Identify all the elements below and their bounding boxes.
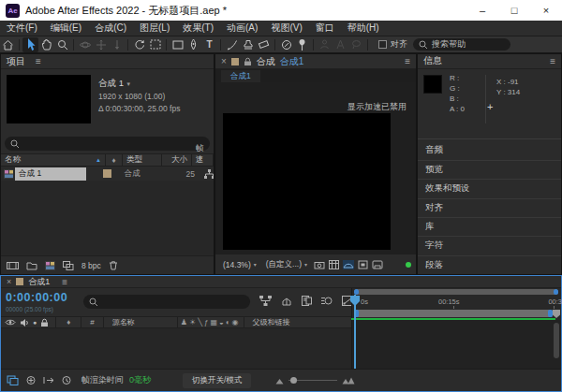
snapshot-icon[interactable]: [314, 260, 325, 269]
menu-help[interactable]: 帮助(H): [341, 22, 386, 35]
menu-window[interactable]: 窗口: [309, 22, 341, 35]
viewer-tab-comp1[interactable]: 合成1: [221, 70, 260, 82]
panel-tab-libraries[interactable]: 库: [418, 217, 561, 236]
panel-tab-audio[interactable]: 音频: [418, 140, 561, 159]
video-eye-icon[interactable]: [5, 318, 16, 327]
layer-number-column[interactable]: #: [84, 318, 99, 327]
selection-tool-icon[interactable]: [22, 37, 38, 52]
row-label-swatch[interactable]: [103, 169, 111, 178]
flyout-icon[interactable]: ▼: [126, 81, 131, 87]
timeline-tab-comp1[interactable]: 合成1: [28, 276, 50, 288]
zoom-in-mountains-icon[interactable]: [342, 376, 355, 385]
transparency-grid-icon[interactable]: [343, 260, 354, 269]
column-type[interactable]: 类型: [123, 154, 162, 166]
resolution-dropdown[interactable]: (自定义...) ▾: [263, 258, 310, 271]
panel-tab-paragraph[interactable]: 段落: [418, 255, 561, 274]
menu-animation[interactable]: 动画(A): [220, 22, 264, 35]
work-area-bar[interactable]: [354, 310, 553, 317]
close-tab-icon[interactable]: ×: [7, 277, 11, 286]
magnification-dropdown[interactable]: (14.3%) ▾: [220, 259, 259, 270]
panel-menu-icon[interactable]: ≡: [550, 56, 555, 66]
zoom-out-mountain-icon[interactable]: [275, 377, 284, 385]
source-name-column[interactable]: 源名称: [107, 317, 174, 327]
menu-layer[interactable]: 图层(L): [133, 22, 176, 35]
parent-link-column[interactable]: 父级和链接: [247, 317, 296, 327]
lock-icon[interactable]: [244, 57, 252, 66]
lock-icon[interactable]: [40, 318, 49, 327]
new-folder-icon[interactable]: [26, 261, 37, 270]
eraser-tool-icon[interactable]: [256, 37, 272, 52]
mask-visibility-icon[interactable]: [372, 260, 383, 269]
minimize-button[interactable]: –: [466, 0, 498, 21]
zoom-slider-handle[interactable]: [290, 377, 297, 384]
track-area[interactable]: [351, 320, 561, 369]
timeline-vertical-scrollbar[interactable]: [554, 323, 559, 358]
pan-behind-tool-icon[interactable]: [147, 37, 163, 52]
project-list-empty-area[interactable]: [1, 181, 214, 255]
lasso-mode-icon[interactable]: [348, 37, 364, 52]
tab-info[interactable]: 信息: [423, 54, 442, 67]
composition-viewer[interactable]: 显示加速已禁用: [215, 82, 416, 254]
timeline-search-input[interactable]: [83, 295, 250, 309]
hand-tool-icon[interactable]: [38, 37, 54, 52]
time-ruler[interactable]: 0s 00:15s 00:3: [352, 296, 562, 308]
work-area-end-handle[interactable]: [548, 310, 553, 317]
region-of-interest-icon[interactable]: [358, 260, 368, 269]
frame-blending-icon[interactable]: [302, 296, 312, 306]
column-name[interactable]: 名称 ▲: [1, 154, 106, 166]
text-tool-icon[interactable]: T: [201, 37, 217, 52]
expand-transfer-controls-icon[interactable]: [25, 375, 37, 385]
help-search-input[interactable]: 搜索帮助: [413, 38, 510, 51]
timeline-horizontal-scrollbar[interactable]: [354, 289, 558, 295]
panel-tab-preview[interactable]: 预览: [418, 160, 561, 179]
orbit-camera-tool-icon[interactable]: [77, 37, 93, 52]
composition-active-tab[interactable]: 合成1: [280, 55, 304, 68]
dolly-camera-tool-icon[interactable]: [109, 37, 125, 52]
project-row-comp1[interactable]: 合成 1 合成 25: [1, 167, 214, 181]
axis-mode-icon[interactable]: [317, 37, 333, 52]
audio-speaker-icon[interactable]: [20, 318, 29, 327]
panel-menu-icon[interactable]: ≡: [405, 56, 410, 66]
mini-flowchart-icon[interactable]: [259, 296, 272, 306]
color-settings-icon[interactable]: [63, 261, 74, 270]
menu-effect[interactable]: 效果(T): [176, 22, 220, 35]
scrollbar-right-cap[interactable]: [554, 289, 558, 295]
column-label[interactable]: ♦: [106, 154, 123, 166]
show-snapshot-icon[interactable]: [329, 260, 339, 269]
puppet-pin-tool-icon[interactable]: [294, 37, 310, 52]
zoom-tool-icon[interactable]: [54, 37, 70, 52]
panel-menu-icon[interactable]: ≡: [36, 56, 41, 66]
expand-layer-switches-icon[interactable]: [7, 375, 19, 385]
project-search-input[interactable]: [5, 137, 210, 151]
timeline-zoom-slider[interactable]: [288, 380, 337, 381]
expand-in-out-panes-icon[interactable]: [43, 375, 54, 385]
pen-tool-icon[interactable]: [185, 37, 201, 52]
label-column-icon[interactable]: ♦: [59, 318, 78, 327]
current-timecode[interactable]: 0:00:00:00: [6, 291, 67, 304]
flowchart-node-icon[interactable]: [204, 169, 214, 179]
toggle-switches-modes-button[interactable]: 切换开关/模式: [183, 373, 251, 388]
character-mode-icon[interactable]: [333, 37, 348, 52]
layer-list-empty-area[interactable]: [1, 328, 351, 369]
interpret-footage-icon[interactable]: [7, 261, 19, 270]
layer-switches-icons[interactable]: ♟☀╲ƒ▦◒◐◉: [181, 318, 241, 327]
menu-file[interactable]: 文件(F): [0, 22, 44, 35]
roto-brush-tool-icon[interactable]: [278, 37, 294, 52]
trash-icon[interactable]: [109, 260, 118, 270]
new-composition-icon[interactable]: [45, 261, 55, 270]
snap-checkbox[interactable]: [378, 40, 387, 49]
rotation-tool-icon[interactable]: [131, 37, 147, 52]
home-icon[interactable]: [0, 37, 16, 52]
panel-tab-character[interactable]: 字符: [418, 236, 561, 254]
tab-project[interactable]: 项目: [7, 55, 25, 68]
clone-stamp-tool-icon[interactable]: [240, 37, 256, 52]
draft-3d-icon[interactable]: [281, 296, 292, 306]
column-framerate[interactable]: 帧速率: [192, 154, 214, 166]
column-size[interactable]: 大小: [162, 154, 192, 166]
close-tab-icon[interactable]: ×: [221, 56, 227, 66]
close-button[interactable]: ×: [530, 0, 562, 21]
comp-marker-bin-icon[interactable]: [553, 310, 560, 318]
motion-blur-icon[interactable]: [321, 296, 333, 306]
pan-camera-tool-icon[interactable]: [93, 37, 109, 52]
menu-composition[interactable]: 合成(C): [88, 22, 133, 35]
